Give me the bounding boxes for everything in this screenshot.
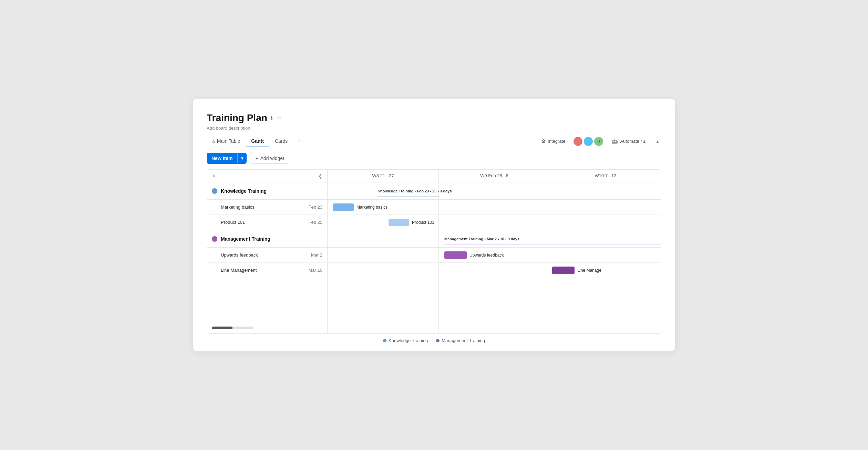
task-timeline-marketing-basics: Marketing basics — [328, 200, 661, 214]
avatar-2[interactable] — [584, 137, 593, 146]
task-week-cell-w9-line — [439, 263, 550, 278]
integrate-icon: ⚙ — [541, 138, 546, 144]
legend-label-knowledge: Knowledge Training — [389, 338, 428, 343]
tab-add-button[interactable]: + — [293, 136, 305, 147]
board-description[interactable]: Add board description — [207, 126, 661, 131]
group-week-cell-w9-knowledge — [439, 182, 550, 199]
task-week-cell-w10-upwards — [550, 248, 661, 262]
group-summary-bar-knowledge — [378, 196, 438, 197]
task-row-line-management: Line Management Mar 10 Line Manage — [207, 263, 661, 278]
add-widget-label: Add widget — [260, 156, 284, 161]
board-header: Training Plan ℹ ☆ — [207, 112, 661, 123]
tabs-right-controls: ⚙ Integrate G 🤖 Automate / 1 ▲ — [538, 137, 661, 146]
toolbar: New Item ▾ + Add widget — [207, 153, 661, 164]
task-week-cell-w10-marketing — [550, 200, 661, 214]
board-title: Training Plan — [207, 112, 267, 123]
home-icon: ⌂ — [212, 139, 215, 144]
legend-item-management: Management Training — [436, 338, 485, 343]
gantt-empty-timeline — [328, 278, 661, 333]
group-management-training: Management Training Management Training … — [207, 230, 661, 278]
scrollbar-thumb — [212, 327, 232, 329]
new-item-button[interactable]: New Item ▾ — [207, 153, 247, 164]
tab-cards-label: Cards — [275, 138, 288, 144]
task-left-product-101: Product 101 Feb 25 — [207, 215, 328, 230]
legend-dot-knowledge — [383, 339, 386, 342]
task-bar-visual-product — [389, 219, 409, 226]
task-bar-product-101: Product 101 — [389, 219, 434, 226]
integrate-label: Integrate — [548, 139, 565, 144]
task-bar-visual-line — [552, 267, 575, 274]
task-left-upwards-feedback: Upwards feedback Mar 2 — [207, 248, 328, 262]
gantt-legend: Knowledge Training Management Training — [207, 334, 661, 344]
task-date-line-management: Mar 10 — [309, 268, 322, 273]
gantt-left-collapse-icon[interactable]: ❮ — [318, 173, 322, 179]
group-week-cell-w8-management — [328, 230, 439, 247]
avatar-3[interactable]: G — [594, 137, 603, 146]
tab-cards[interactable]: Cards — [269, 136, 293, 147]
task-left-marketing-basics: Marketing basics Feb 23 — [207, 200, 328, 214]
gantt-empty-area — [207, 278, 661, 333]
new-item-dropdown-arrow[interactable]: ▾ — [237, 153, 247, 163]
task-left-line-management: Line Management Mar 10 — [207, 263, 328, 278]
group-timeline-management: Management Training • Mar 2 - 10 • 9 day… — [328, 230, 661, 247]
collab-avatars: G — [574, 137, 603, 146]
task-row-upwards-feedback: Upwards feedback Mar 2 Upwards feedback — [207, 248, 661, 263]
week-col-w10: W10 7 · 13 — [550, 170, 661, 182]
automate-icon: 🤖 — [611, 138, 618, 144]
task-bar-visual-upwards — [444, 251, 467, 259]
collapse-button[interactable]: ▲ — [654, 137, 661, 146]
group-knowledge-training: Knowledge Training Knowledge Training • … — [207, 182, 661, 230]
week-col-w9: W9 Feb 28 · 6 — [439, 170, 550, 182]
task-week-cell-w10-line: Line Manage — [550, 263, 661, 278]
task-bar-upwards-feedback: Upwards feedback — [444, 251, 504, 259]
gantt-chart: ✕ ❮ W8 21 · 27 W9 Feb 28 · 6 W10 7 · 13 — [207, 169, 661, 334]
info-icon[interactable]: ℹ — [271, 115, 273, 121]
integrate-button[interactable]: ⚙ Integrate — [538, 137, 568, 146]
task-name-product-101: Product 101 — [221, 220, 245, 225]
empty-week-w8 — [328, 278, 439, 333]
group-left-management: Management Training — [207, 230, 328, 247]
gantt-header-row: ✕ ❮ W8 21 · 27 W9 Feb 28 · 6 W10 7 · 13 — [207, 170, 661, 182]
group-summary-label-management: Management Training • Mar 2 - 10 • 9 day… — [444, 237, 519, 241]
add-widget-icon: + — [255, 156, 258, 161]
group-week-cell-w9-management: Management Training • Mar 2 - 10 • 9 day… — [439, 230, 550, 247]
task-name-line-management: Line Management — [221, 268, 257, 273]
gantt-empty-left — [207, 278, 328, 333]
task-bar-line-management: Line Manage — [552, 267, 601, 274]
task-name-marketing-basics: Marketing basics — [221, 204, 255, 210]
tab-gantt[interactable]: Gantt — [246, 136, 269, 147]
tab-main-table-label: Main Table — [217, 138, 240, 144]
group-name-knowledge: Knowledge Training — [221, 188, 267, 194]
task-week-cell-w9-upwards: Upwards feedback — [439, 248, 550, 262]
task-week-cell-w8-product: Product 101 — [328, 215, 439, 230]
task-week-cell-w10-product — [550, 215, 661, 230]
group-week-cell-w10-management — [550, 230, 661, 247]
empty-week-w9 — [439, 278, 550, 333]
task-timeline-line-management: Line Manage — [328, 263, 661, 278]
task-bar-visual-marketing — [333, 203, 354, 211]
automate-button[interactable]: 🤖 Automate / 1 — [609, 137, 648, 146]
group-name-management: Management Training — [221, 236, 270, 242]
task-bar-label-marketing: Marketing basics — [356, 205, 388, 210]
task-bar-label-product: Product 101 — [412, 220, 434, 225]
horizontal-scrollbar[interactable] — [212, 327, 253, 329]
week-col-w8: W8 21 · 27 — [328, 170, 439, 182]
group-week-cell-w10-knowledge — [550, 182, 661, 199]
group-week-cell-w8-knowledge: Knowledge Training • Feb 23 - 25 • 3 day… — [328, 182, 439, 199]
add-widget-button[interactable]: + Add widget — [250, 153, 289, 164]
task-bar-label-upwards: Upwards feedback — [469, 253, 504, 258]
tab-gantt-label: Gantt — [251, 138, 264, 144]
task-row-marketing-basics: Marketing basics Feb 23 Marketing basics — [207, 200, 661, 215]
task-week-cell-w8-line — [328, 263, 439, 278]
group-dot-knowledge — [212, 188, 217, 194]
legend-label-management: Management Training — [442, 338, 485, 343]
task-timeline-upwards-feedback: Upwards feedback — [328, 248, 661, 262]
star-icon[interactable]: ☆ — [276, 114, 282, 122]
task-week-cell-w8-marketing: Marketing basics — [328, 200, 439, 214]
tab-main-table[interactable]: ⌂ Main Table — [207, 136, 246, 147]
task-date-upwards-feedback: Mar 2 — [311, 252, 322, 258]
avatar-1[interactable] — [574, 137, 582, 146]
gantt-close-icon[interactable]: ✕ — [212, 173, 216, 179]
group-left-knowledge: Knowledge Training — [207, 182, 328, 199]
task-week-cell-w9-product — [439, 215, 550, 230]
